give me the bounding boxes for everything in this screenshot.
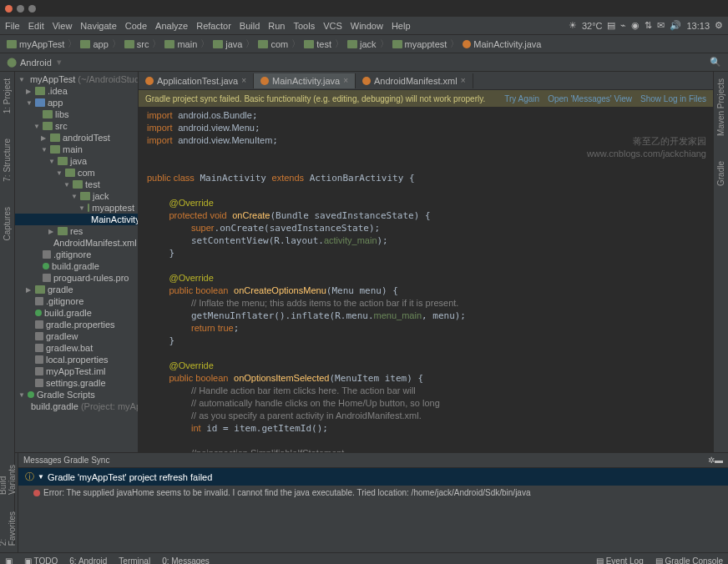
tree-row[interactable]: myAppTest.iml <box>15 365 138 377</box>
min-dot[interactable] <box>17 5 24 13</box>
editor-tab[interactable]: ApplicationTest.java× <box>139 73 254 88</box>
menu-edit[interactable]: Edit <box>28 21 44 31</box>
bottom-tab[interactable]: 0: Messages <box>162 556 210 564</box>
menu-window[interactable]: Window <box>351 21 383 31</box>
menu-analyze[interactable]: Analyze <box>155 21 188 31</box>
bottom-tab[interactable]: ▤ Gradle Console <box>655 556 723 564</box>
close-icon[interactable]: × <box>241 76 246 85</box>
build-variants-tab[interactable]: Build Variants <box>0 457 17 495</box>
menu-code[interactable]: Code <box>125 21 147 31</box>
tree-row[interactable]: ▼java <box>15 155 138 167</box>
crumb[interactable]: src <box>124 39 149 49</box>
tree-row[interactable]: ▼test <box>15 179 138 190</box>
menu-navigate[interactable]: Navigate <box>80 21 116 31</box>
crumb[interactable]: myapptest <box>392 39 447 49</box>
menu-help[interactable]: Help <box>392 21 411 31</box>
close-dot[interactable] <box>5 5 13 13</box>
code-editor[interactable]: import android.os.Bundle; import android… <box>139 107 713 452</box>
crumb[interactable]: app <box>80 39 108 49</box>
side-tab[interactable]: Gradle <box>716 161 725 186</box>
tree-row[interactable]: ▼src <box>15 120 138 132</box>
favorites-tab[interactable]: 2: Favorites <box>0 511 17 546</box>
tree-row[interactable]: ▶.idea <box>15 85 138 97</box>
tree-row[interactable]: AndroidManifest.xml <box>15 237 138 249</box>
menu-build[interactable]: Build <box>240 21 260 31</box>
config-dropdown-icon[interactable]: ▾ <box>57 57 62 68</box>
sys-icon[interactable]: ▤ <box>607 20 615 31</box>
tree-row[interactable]: build.gradle (Project: myAppTest) <box>15 400 138 412</box>
tree-row[interactable]: ▼com <box>15 167 138 179</box>
editor-tab[interactable]: AndroidManifest.xml× <box>356 73 473 88</box>
tree-row[interactable]: libs <box>15 108 138 120</box>
ubuntu-icon[interactable]: ◉ <box>631 20 640 31</box>
tree-row[interactable]: gradlew <box>15 330 138 342</box>
vol-icon[interactable]: 🔊 <box>670 20 681 31</box>
run-config[interactable]: Android <box>20 58 52 68</box>
tree-row[interactable]: ▶res <box>15 225 138 237</box>
tree-row[interactable]: local.properties <box>15 354 138 365</box>
java-icon <box>463 40 471 48</box>
bottom-tab[interactable]: ▣ TODO <box>24 556 58 564</box>
bottom-tab[interactable]: 6: Android <box>69 556 107 564</box>
tree-row[interactable]: build.gradle <box>15 260 138 272</box>
bottom-tab[interactable]: Terminal <box>119 556 150 564</box>
crumb[interactable]: java <box>213 39 242 49</box>
crumb[interactable]: myAppTest <box>7 39 64 49</box>
tree-row[interactable]: ▼jack <box>15 190 138 202</box>
tree-row[interactable]: ▼app <box>15 97 138 108</box>
menu-refactor[interactable]: Refactor <box>196 21 231 31</box>
tree-row[interactable]: settings.gradle <box>15 377 138 389</box>
search-icon[interactable]: 🔍 <box>710 57 721 68</box>
crumb[interactable]: main <box>164 39 197 49</box>
max-dot[interactable] <box>28 5 36 13</box>
warning-link[interactable]: Open 'Messages' View <box>548 94 632 103</box>
tree-row[interactable]: ▶androidTest <box>15 132 138 144</box>
tree-row[interactable]: ▼myapptest <box>15 202 138 214</box>
side-tab[interactable]: Captures <box>3 207 12 241</box>
tree-row[interactable]: proguard-rules.pro <box>15 272 138 284</box>
tree-row[interactable]: gradle.properties <box>15 319 138 330</box>
tree-row[interactable]: MainActivity.jav <box>15 214 138 225</box>
bottom-corner-icon[interactable]: ▣ <box>5 556 13 564</box>
tree-row[interactable]: ▼Gradle Scripts <box>15 389 138 400</box>
arrow-icon: ▼ <box>26 99 33 107</box>
arrow-icon: ▶ <box>41 134 48 142</box>
crumb[interactable]: com <box>258 39 288 49</box>
warning-link[interactable]: Try Again <box>504 94 539 103</box>
tree-row[interactable]: .gitignore <box>15 295 138 307</box>
menu-view[interactable]: View <box>53 21 73 31</box>
side-tab[interactable]: Maven Projects <box>716 78 725 136</box>
panel-gear-icon[interactable]: ✲▬ <box>708 456 723 465</box>
crumb[interactable]: jack <box>347 39 377 49</box>
tree-row[interactable]: build.gradle <box>15 307 138 319</box>
error-row[interactable]: ⓘ ▼ Gradle 'myAppTest' project refresh f… <box>18 468 728 486</box>
menu-file[interactable]: File <box>5 21 20 31</box>
gear-icon[interactable]: ⚙ <box>715 20 723 31</box>
menu-tools[interactable]: Tools <box>293 21 315 31</box>
tree-row[interactable]: .gitignore <box>15 249 138 260</box>
crumb[interactable]: MainActivity.java <box>463 39 541 49</box>
menu-vcs[interactable]: VCS <box>323 21 342 31</box>
editor-tab[interactable]: MainActivity.java× <box>254 73 356 88</box>
error-detail-row[interactable]: Error: The supplied javaHome seems to be… <box>18 486 728 500</box>
side-tab[interactable]: 1: Project <box>3 78 12 113</box>
bottom-tab[interactable]: ▤ Event Log <box>596 556 644 564</box>
weather-icon: ☀ <box>569 20 577 31</box>
mail-icon[interactable]: ✉ <box>657 20 665 31</box>
run-toolbar: ⬤ Android ▾ 🔍 <box>0 53 728 72</box>
file-icon <box>35 367 43 375</box>
tree-row[interactable]: ▼myAppTest (~/AndroidStudioProjects/m <box>15 73 138 85</box>
tree-row[interactable]: ▶gradle <box>15 284 138 295</box>
close-icon[interactable]: × <box>343 76 348 85</box>
side-tab[interactable]: 7: Structure <box>3 138 12 182</box>
arrow-icon: ▼ <box>56 169 63 177</box>
tree-row[interactable]: gradlew.bat <box>15 342 138 354</box>
net-icon[interactable]: ⇅ <box>645 20 652 31</box>
warning-link[interactable]: Show Log in Files <box>640 94 706 103</box>
folder-icon <box>80 40 90 48</box>
crumb[interactable]: test <box>304 39 331 49</box>
menu-run[interactable]: Run <box>268 21 285 31</box>
close-icon[interactable]: × <box>461 76 466 85</box>
tree-row[interactable]: ▼main <box>15 144 138 155</box>
bt-icon[interactable]: ⌁ <box>620 20 626 31</box>
